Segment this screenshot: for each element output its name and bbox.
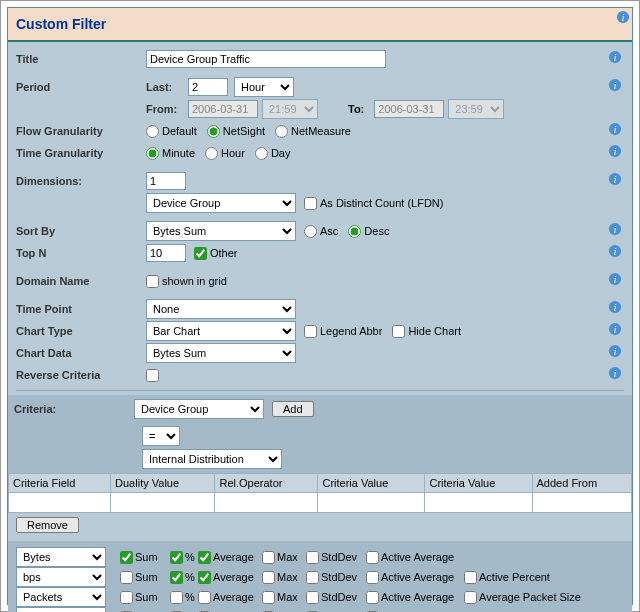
active-percent-checkbox[interactable]: Active Percent xyxy=(464,571,594,584)
to-label: To: xyxy=(348,103,364,115)
top-n-label: Top N xyxy=(16,247,146,259)
max-checkbox[interactable]: Max xyxy=(262,551,304,564)
percent-checkbox[interactable]: % xyxy=(170,551,196,564)
svg-text:i: i xyxy=(614,146,617,157)
panel-title-bar: Custom Filter xyxy=(8,8,632,42)
scope-select[interactable]: Internal Distribution xyxy=(142,449,282,469)
flow-gran-label: Flow Granularity xyxy=(16,125,146,137)
reverse-criteria-label: Reverse Criteria xyxy=(16,369,146,381)
svg-text:i: i xyxy=(614,324,617,335)
stddev-checkbox[interactable]: StdDev xyxy=(306,571,364,584)
sort-asc-radio[interactable]: Asc xyxy=(304,225,338,238)
svg-text:i: i xyxy=(614,246,617,257)
dimensions-label: Dimensions: xyxy=(16,175,146,187)
from-label: From: xyxy=(146,103,188,115)
stddev-checkbox[interactable]: StdDev xyxy=(306,591,364,604)
stddev-checkbox[interactable]: StdDev xyxy=(306,551,364,564)
criteria-select[interactable]: Device Group xyxy=(134,399,264,419)
svg-text:i: i xyxy=(614,346,617,357)
title-input[interactable] xyxy=(146,50,386,68)
flow-netsight-radio[interactable]: NetSight xyxy=(207,125,265,138)
title-label: Title xyxy=(16,53,146,65)
last-unit-select[interactable]: Hour xyxy=(234,77,294,97)
metric-row: Packets Sum % Average Max StdDev Active … xyxy=(16,587,624,607)
chart-data-label: Chart Data xyxy=(16,347,146,359)
max-checkbox[interactable]: Max xyxy=(262,591,304,604)
time-minute-radio[interactable]: Minute xyxy=(146,147,195,160)
average-checkbox[interactable]: Average xyxy=(198,591,260,604)
chart-data-select[interactable]: Bytes Sum xyxy=(146,343,296,363)
percent-checkbox[interactable]: % xyxy=(170,571,196,584)
active-average-checkbox[interactable]: Active Average xyxy=(366,551,462,564)
info-icon[interactable]: i xyxy=(616,10,630,24)
active-average-checkbox[interactable]: Active Average xyxy=(366,591,462,604)
metric-select[interactable]: Packets xyxy=(16,587,106,607)
time-point-select[interactable]: None xyxy=(146,299,296,319)
percent-checkbox[interactable]: % xyxy=(170,591,196,604)
sum-checkbox[interactable]: Sum xyxy=(120,591,168,604)
hide-chart-checkbox[interactable]: Hide Chart xyxy=(392,325,461,338)
info-icon[interactable]: i xyxy=(608,144,622,158)
other-checkbox[interactable]: Other xyxy=(194,247,238,260)
time-hour-radio[interactable]: Hour xyxy=(205,147,245,160)
svg-text:i: i xyxy=(614,52,617,63)
metric-select[interactable]: bps xyxy=(16,567,106,587)
dimension-select[interactable]: Device Group xyxy=(146,193,296,213)
info-icon[interactable]: i xyxy=(608,222,622,236)
sort-desc-radio[interactable]: Desc xyxy=(348,225,389,238)
custom-filter-panel: Custom Filter Title i Period Last: Hour … xyxy=(7,7,633,605)
remove-button[interactable]: Remove xyxy=(16,517,79,533)
sort-by-label: Sort By xyxy=(16,225,146,237)
shown-in-grid-checkbox[interactable]: shown in grid xyxy=(146,275,227,288)
sort-by-select[interactable]: Bytes Sum xyxy=(146,221,296,241)
info-icon[interactable]: i xyxy=(608,78,622,92)
info-icon[interactable]: i xyxy=(608,344,622,358)
active-average-checkbox[interactable]: Active Average xyxy=(366,571,462,584)
table-row xyxy=(9,493,632,513)
info-icon[interactable]: i xyxy=(608,172,622,186)
metric-row: bps Sum % Average Max StdDev Active Aver… xyxy=(16,567,624,587)
svg-text:i: i xyxy=(614,368,617,379)
top-n-input[interactable] xyxy=(146,244,186,262)
average-checkbox[interactable]: Average xyxy=(198,571,260,584)
metric-row: Bytes Sum % Average Max StdDev Active Av… xyxy=(16,547,624,567)
time-gran-label: Time Granularity xyxy=(16,147,146,159)
to-time-select: 23:59 xyxy=(448,99,504,119)
info-icon[interactable]: i xyxy=(608,122,622,136)
grid-header: Criteria Value xyxy=(425,474,532,493)
criteria-grid: Criteria Field Duality Value Rel.Operato… xyxy=(8,473,632,513)
metrics-panel: Bytes Sum % Average Max StdDev Active Av… xyxy=(8,541,632,612)
time-point-label: Time Point xyxy=(16,303,146,315)
criteria-label: Criteria: xyxy=(14,403,134,415)
last-n-input[interactable] xyxy=(188,78,228,96)
chart-type-select[interactable]: Bar Chart xyxy=(146,321,296,341)
svg-text:i: i xyxy=(614,174,617,185)
sum-checkbox[interactable]: Sum xyxy=(120,551,168,564)
metric-select[interactable]: Bytes xyxy=(16,547,106,567)
avg-packet-size-checkbox[interactable]: Average Packet Size xyxy=(464,591,594,604)
svg-text:i: i xyxy=(614,302,617,313)
metric-select[interactable]: Flows xyxy=(16,607,106,612)
info-icon[interactable]: i xyxy=(608,366,622,380)
time-day-radio[interactable]: Day xyxy=(255,147,291,160)
add-button[interactable]: Add xyxy=(272,401,314,417)
info-icon[interactable]: i xyxy=(608,322,622,336)
domain-name-label: Domain Name xyxy=(16,275,146,287)
flow-netmeasure-radio[interactable]: NetMeasure xyxy=(275,125,351,138)
operator-select[interactable]: = xyxy=(142,426,180,446)
as-distinct-checkbox[interactable]: As Distinct Count (LFDN) xyxy=(304,197,443,210)
legend-abbr-checkbox[interactable]: Legend Abbr xyxy=(304,325,382,338)
info-icon[interactable]: i xyxy=(608,50,622,64)
info-icon[interactable]: i xyxy=(608,272,622,286)
max-checkbox[interactable]: Max xyxy=(262,571,304,584)
info-icon[interactable]: i xyxy=(608,300,622,314)
reverse-criteria-checkbox[interactable] xyxy=(146,369,159,382)
chart-type-label: Chart Type xyxy=(16,325,146,337)
dimensions-n-input[interactable] xyxy=(146,172,186,190)
metric-row: Flows Sum % Average Max StdDev Active Av… xyxy=(16,607,624,612)
sum-checkbox[interactable]: Sum xyxy=(120,571,168,584)
average-checkbox[interactable]: Average xyxy=(198,551,260,564)
flow-default-radio[interactable]: Default xyxy=(146,125,197,138)
svg-text:i: i xyxy=(614,224,617,235)
info-icon[interactable]: i xyxy=(608,244,622,258)
